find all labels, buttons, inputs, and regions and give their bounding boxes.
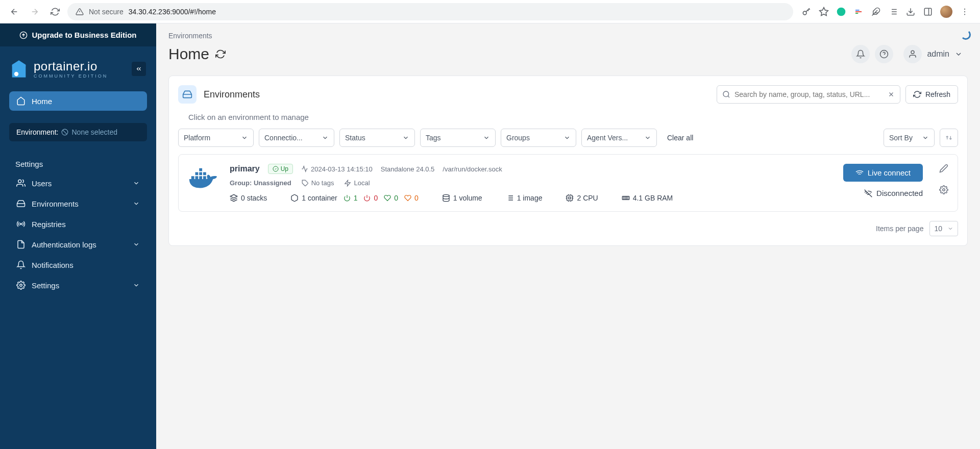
stat-ram: 4.1 GB RAM: [622, 194, 673, 202]
not-secure-label: Not secure: [89, 8, 124, 16]
list-icon[interactable]: [888, 7, 898, 17]
help-button[interactable]: [875, 45, 893, 63]
card-title: Environments: [204, 89, 260, 100]
wifi-icon: [855, 169, 864, 177]
browser-chrome: Not secure 34.30.42.236:9000/#!/home: [0, 0, 980, 23]
chevron-down-icon: [402, 134, 409, 141]
grammarly-icon[interactable]: [836, 7, 846, 17]
hint-text: Click on an environment to manage: [178, 113, 958, 129]
heart-icon: [404, 194, 411, 202]
memory-icon: [622, 194, 630, 202]
logo-text: portainer.io: [34, 59, 108, 73]
clear-all-button[interactable]: Clear all: [662, 134, 698, 142]
warning-icon: [76, 8, 84, 16]
status-badge: Up: [268, 164, 293, 174]
stat-containers: 1 container: [290, 194, 337, 202]
download-icon[interactable]: [905, 7, 916, 17]
panel-icon[interactable]: [923, 7, 933, 17]
sort-direction-button[interactable]: [940, 129, 958, 147]
upgrade-banner[interactable]: Upgrade to Business Edition: [0, 23, 156, 46]
star-icon[interactable]: [819, 7, 829, 17]
refresh-icon[interactable]: [215, 49, 226, 59]
sidebar-item-auth-logs[interactable]: Authentication logs: [9, 235, 147, 254]
stat-stacks: 0 stacks: [230, 194, 267, 202]
activity-icon: [301, 165, 308, 172]
notifications-button[interactable]: [851, 45, 870, 63]
svg-marker-1: [820, 7, 828, 15]
live-connect-button[interactable]: Live connect: [843, 164, 923, 182]
extensions-icon[interactable]: [871, 7, 881, 17]
sidebar-item-environments[interactable]: Environments: [9, 194, 147, 213]
portainer-logo-icon: [10, 59, 28, 79]
button-label: Refresh: [925, 90, 950, 98]
filter-tags[interactable]: Tags: [420, 129, 496, 147]
svg-rect-19: [569, 197, 571, 199]
key-icon[interactable]: [801, 7, 812, 17]
svg-point-12: [20, 284, 22, 287]
kebab-menu-icon[interactable]: [960, 7, 970, 17]
profile-avatar[interactable]: [940, 6, 952, 18]
svg-point-4: [964, 8, 965, 9]
connection-state: Disconnected: [864, 189, 923, 197]
refresh-button[interactable]: Refresh: [905, 85, 958, 104]
sidebar-item-registries[interactable]: Registries: [9, 214, 147, 234]
loading-spinner-icon: [961, 30, 971, 40]
bell-icon: [16, 260, 26, 269]
svg-point-11: [20, 223, 22, 225]
env-indicator-value: None selected: [71, 128, 117, 136]
sidebar-item-label: Notifications: [32, 261, 74, 269]
gear-icon[interactable]: [939, 185, 948, 194]
sidebar-item-home[interactable]: Home: [9, 91, 147, 111]
svg-point-6: [964, 14, 965, 15]
sidebar-item-label: Authentication logs: [32, 240, 96, 249]
sidebar-item-notifications[interactable]: Notifications: [9, 255, 147, 275]
url-bar[interactable]: Not secure 34.30.42.236:9000/#!/home: [67, 3, 793, 20]
clear-icon[interactable]: [888, 91, 895, 98]
filter-connection[interactable]: Connectio...: [259, 129, 334, 147]
user-menu[interactable]: admin: [898, 42, 968, 66]
stat-images: 1 image: [506, 194, 543, 202]
svg-point-5: [964, 11, 965, 12]
stat-healthy: 0: [384, 194, 398, 202]
url-text: 34.30.42.236:9000/#!/home: [129, 8, 216, 16]
svg-point-17: [443, 194, 449, 196]
stat-running: 1: [344, 194, 358, 202]
filter-status[interactable]: Status: [339, 129, 415, 147]
button-label: Live connect: [868, 168, 911, 177]
settings-section-title: Settings: [0, 153, 156, 173]
list-icon: [506, 194, 514, 202]
extension-bars-icon[interactable]: [853, 7, 864, 17]
environment-row[interactable]: primary Up 2024-03-13 14:15:10 Standalon…: [178, 154, 958, 212]
home-icon: [16, 96, 26, 106]
sidebar-item-settings[interactable]: Settings: [9, 276, 147, 295]
edit-icon[interactable]: [939, 164, 948, 173]
gear-icon: [16, 281, 26, 290]
search-box[interactable]: [717, 85, 900, 104]
power-icon: [344, 194, 351, 202]
sidebar-item-users[interactable]: Users: [9, 173, 147, 193]
env-location: Local: [344, 179, 370, 187]
users-icon: [16, 179, 26, 188]
sidebar-item-label: Home: [32, 97, 52, 106]
chevron-down-icon: [133, 282, 140, 289]
browser-forward-button[interactable]: [27, 4, 43, 20]
chevron-down-icon: [644, 134, 651, 141]
filter-agent-version[interactable]: Agent Vers...: [581, 129, 657, 147]
svg-rect-18: [567, 195, 573, 201]
stat-stopped: 0: [363, 194, 378, 202]
items-per-page-select[interactable]: 10: [929, 221, 958, 236]
collapse-sidebar-button[interactable]: [132, 62, 146, 76]
svg-point-0: [803, 11, 806, 15]
browser-back-button[interactable]: [6, 4, 22, 20]
search-input[interactable]: [734, 90, 884, 98]
browser-reload-button[interactable]: [47, 4, 63, 20]
filter-platform[interactable]: Platform: [178, 129, 254, 147]
env-timestamp: 2024-03-13 14:15:10: [301, 165, 373, 173]
environments-card-icon: [178, 85, 197, 104]
items-per-page-label: Items per page: [876, 224, 923, 233]
env-indicator-label: Environment:: [16, 128, 58, 136]
main-content: Environments Home admin Environments: [156, 23, 980, 449]
filter-groups[interactable]: Groups: [501, 129, 576, 147]
svg-point-8: [14, 72, 18, 76]
sort-by-select[interactable]: Sort By: [884, 129, 935, 147]
